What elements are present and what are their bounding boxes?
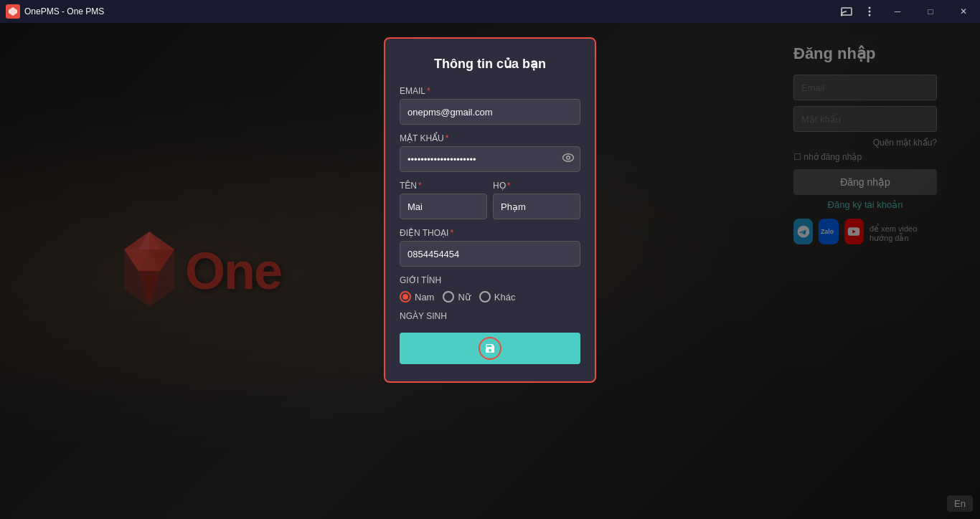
gender-khac-label: Khác <box>494 292 516 303</box>
svg-marker-0 <box>9 7 17 16</box>
svg-point-14 <box>563 154 574 162</box>
profile-modal: Thông tin của bạn EMAIL* MẬT KHẨU* <box>384 37 596 383</box>
password-wrapper <box>400 146 580 172</box>
svg-point-2 <box>841 14 843 16</box>
last-name-input[interactable] <box>493 194 580 219</box>
gender-section: GIỚI TÍNH Nam Nữ Khác <box>400 275 580 303</box>
gender-label: GIỚI TÍNH <box>400 275 580 285</box>
radio-nu <box>443 291 454 303</box>
window-title: OnePMS - One PMS <box>24 6 835 16</box>
gender-nam[interactable]: Nam <box>400 291 434 303</box>
gender-options: Nam Nữ Khác <box>400 291 580 303</box>
svg-point-3 <box>869 7 871 9</box>
toggle-password-button[interactable] <box>562 151 575 167</box>
name-row: TÊN* HỌ* <box>400 181 580 219</box>
background: One Đăng nhập Quên mật khẩu? ☐ nhớ đăng … <box>0 23 980 519</box>
first-name-group: TÊN* <box>400 181 487 219</box>
svg-point-4 <box>869 11 871 13</box>
radio-nam <box>400 291 411 303</box>
titlebar: OnePMS - One PMS ─ □ ✕ <box>0 0 980 23</box>
birthday-label: NGÀY SINH <box>400 311 580 321</box>
radio-khac <box>479 291 491 303</box>
save-icon <box>479 337 501 360</box>
close-button[interactable]: ✕ <box>947 0 980 23</box>
menu-icon[interactable] <box>858 0 881 23</box>
modal-overlay: Thông tin của bạn EMAIL* MẬT KHẨU* <box>0 23 980 519</box>
radio-dot-nam <box>402 294 408 300</box>
first-name-label: TÊN* <box>400 181 487 191</box>
email-input[interactable] <box>400 99 580 125</box>
cast-icon[interactable] <box>835 0 858 23</box>
gender-nam-label: Nam <box>415 292 434 303</box>
app-icon <box>6 4 20 19</box>
maximize-button[interactable]: □ <box>914 0 947 23</box>
last-name-label: HỌ* <box>493 181 580 191</box>
email-label: EMAIL* <box>400 86 580 96</box>
save-button[interactable] <box>400 333 580 364</box>
svg-point-5 <box>869 14 871 16</box>
password-label: MẬT KHẨU* <box>400 133 580 143</box>
gender-nu[interactable]: Nữ <box>443 291 470 303</box>
gender-nu-label: Nữ <box>458 292 470 303</box>
phone-label: ĐIỆN THOẠI* <box>400 228 580 238</box>
gender-khac[interactable]: Khác <box>479 291 516 303</box>
svg-point-15 <box>567 156 570 160</box>
phone-input[interactable] <box>400 241 580 267</box>
birthday-section: NGÀY SINH <box>400 311 580 321</box>
first-name-input[interactable] <box>400 194 487 219</box>
window-controls: ─ □ ✕ <box>835 0 980 23</box>
last-name-group: HỌ* <box>493 181 580 219</box>
password-input[interactable] <box>400 146 580 172</box>
minimize-button[interactable]: ─ <box>881 0 914 23</box>
modal-title: Thông tin của bạn <box>400 56 580 72</box>
